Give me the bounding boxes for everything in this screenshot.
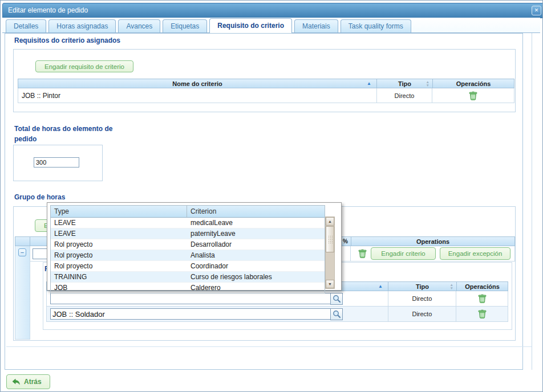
column-header-operations: Operations: [351, 236, 515, 246]
dialog-titlebar: Editar elemento de pedido ✕: [2, 3, 543, 18]
panel-bottom-divider: [6, 346, 532, 347]
popup-option[interactable]: TRAINING Curso de riesgos laborales: [51, 272, 325, 283]
add-exception-button[interactable]: Engadir excepción: [440, 247, 511, 260]
search-icon[interactable]: [330, 293, 343, 305]
sort-toggle-icon[interactable]: ▲ ▼: [426, 80, 429, 87]
requirement-type-cell: Directo: [388, 291, 457, 306]
popup-scrollbar[interactable]: ▲ ▼: [325, 217, 335, 289]
popup-option[interactable]: Rol proyecto Coordinador: [51, 261, 325, 272]
sort-ascending-icon[interactable]: ▲: [378, 284, 383, 289]
criterion-picker-table: Type Criterion LEAVE medicalLeave LEAVE …: [50, 205, 325, 293]
scroll-up-icon[interactable]: ▲: [326, 217, 334, 226]
group-operations-cell: Engadir criterio Engadir excepción: [351, 246, 514, 261]
column-header-expand: [15, 236, 30, 246]
column-header-operations: Operacións: [457, 281, 508, 291]
search-icon[interactable]: [330, 308, 343, 320]
column-header-percent: %: [340, 236, 351, 246]
requirement-name-cell: [47, 307, 388, 321]
tab-avances[interactable]: Avances: [118, 19, 160, 32]
column-header-operations: Operacións: [433, 79, 514, 88]
expand-column: [15, 246, 30, 340]
popup-column-type: Type: [51, 206, 187, 217]
collapse-minus-icon[interactable]: −: [18, 248, 26, 256]
popup-option[interactable]: LEAVE paternityLeave: [51, 228, 325, 239]
tab-bar: Detalles Horas asignadas Avances Etiquet…: [2, 18, 540, 33]
assigned-requirements-table-header: Nome do criterio ▲ Tipo ▲ ▼ Operacións: [18, 79, 514, 88]
criterion-type-cell: Directo: [377, 88, 433, 103]
add-criterion-requirement-button[interactable]: Engadir requisito de criterio: [35, 60, 133, 72]
requirement-row: Directo: [46, 307, 508, 322]
tab-requisito-do-criterio[interactable]: Requisito do criterio: [209, 18, 292, 33]
popup-column-criterion: Criterion: [187, 206, 325, 217]
operations-cell: [456, 307, 508, 321]
popup-option[interactable]: Rol proyecto Analista: [51, 250, 325, 261]
hours-group-heading: Grupo de horas: [14, 193, 65, 201]
criterion-picker-popup: Type Criterion LEAVE medicalLeave LEAVE …: [47, 202, 342, 291]
requirement-row: Directo: [46, 291, 508, 307]
delete-trash-icon[interactable]: [478, 309, 487, 318]
tab-detalles[interactable]: Detalles: [6, 19, 46, 32]
tab-etiquetas[interactable]: Etiquetas: [163, 19, 207, 32]
scroll-down-icon[interactable]: ▼: [326, 280, 334, 288]
scrollbar-thumb[interactable]: [326, 226, 334, 252]
column-header-type[interactable]: Tipo ▲ ▼: [388, 281, 457, 291]
delete-trash-icon[interactable]: [469, 91, 477, 100]
back-arrow-icon: [12, 378, 21, 386]
criterion-search-input[interactable]: [50, 293, 331, 304]
total-hours-heading: Total de horas do elemento de pedido: [14, 124, 120, 144]
criterion-name-cell: JOB :: Pintor: [18, 88, 377, 103]
popup-option[interactable]: LEAVE medicalLeave: [51, 218, 325, 228]
popup-option[interactable]: JOB Calderero: [51, 283, 325, 293]
operations-cell: [432, 88, 514, 103]
delete-trash-icon[interactable]: [358, 249, 367, 258]
close-icon[interactable]: ✕: [532, 6, 541, 15]
total-hours-input[interactable]: [34, 157, 79, 168]
panel-right-divider: [532, 33, 532, 370]
requirement-type-cell: Directo: [388, 307, 457, 321]
delete-trash-icon[interactable]: [478, 294, 487, 303]
add-criterion-button[interactable]: Engadir criterio: [371, 247, 435, 260]
sort-toggle-icon[interactable]: ▲ ▼: [450, 283, 453, 290]
table-row: JOB :: Pintor Directo: [18, 88, 514, 103]
operations-cell: [456, 291, 508, 306]
popup-header-row: Type Criterion: [51, 206, 325, 218]
edit-order-element-dialog: Editar elemento de pedido ✕ Detalles Hor…: [0, 0, 543, 392]
sort-ascending-icon[interactable]: ▲: [367, 81, 371, 86]
tab-horas-asignadas[interactable]: Horas asignadas: [48, 19, 116, 32]
tab-task-quality-forms[interactable]: Task quality forms: [341, 19, 411, 32]
popup-option[interactable]: Rol proyecto Desarrollador: [51, 239, 325, 250]
assigned-requirements-heading: Requisitos do criterio asignados: [14, 36, 120, 44]
back-button[interactable]: Atrás: [6, 374, 50, 389]
dialog-title: Editar elemento de pedido: [8, 6, 88, 14]
column-header-name[interactable]: Nome do criterio ▲: [18, 79, 377, 88]
column-header-type[interactable]: Tipo ▲ ▼: [377, 79, 433, 88]
tab-materiais[interactable]: Materiais: [294, 19, 338, 32]
criterion-search-input[interactable]: [50, 308, 331, 320]
